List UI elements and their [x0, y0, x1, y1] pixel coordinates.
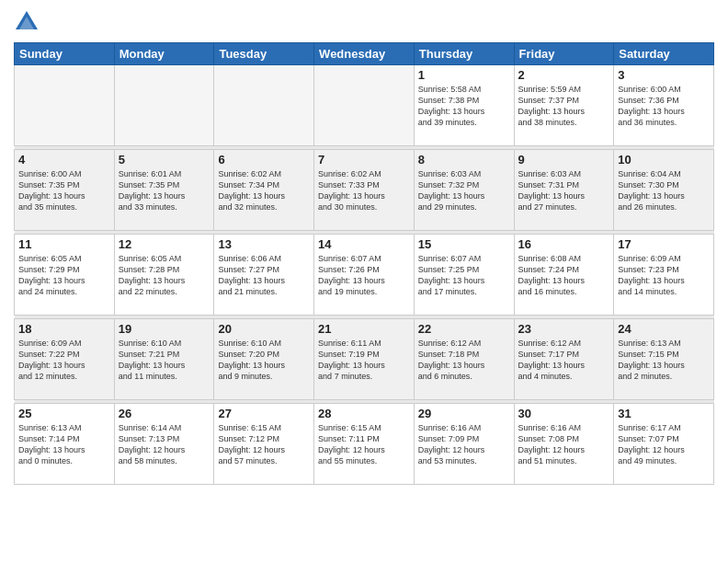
- day-cell: 24Sunrise: 6:13 AM Sunset: 7:15 PM Dayli…: [614, 319, 714, 400]
- day-number: 18: [18, 322, 110, 336]
- day-cell: [15, 65, 115, 146]
- weekday-header-thursday: Thursday: [414, 43, 514, 65]
- day-cell: 5Sunrise: 6:01 AM Sunset: 7:35 PM Daylig…: [114, 150, 214, 231]
- weekday-header-monday: Monday: [114, 43, 214, 65]
- day-number: 12: [119, 237, 210, 251]
- day-cell: 7Sunrise: 6:02 AM Sunset: 7:33 PM Daylig…: [314, 150, 415, 231]
- day-number: 8: [418, 153, 510, 167]
- day-info: Sunrise: 5:58 AM Sunset: 7:38 PM Dayligh…: [418, 84, 510, 129]
- day-number: 11: [18, 237, 110, 251]
- day-number: 27: [218, 407, 310, 420]
- day-cell: 31Sunrise: 6:17 AM Sunset: 7:07 PM Dayli…: [614, 404, 714, 485]
- day-info: Sunrise: 6:17 AM Sunset: 7:07 PM Dayligh…: [618, 422, 710, 467]
- day-info: Sunrise: 6:07 AM Sunset: 7:25 PM Dayligh…: [418, 253, 510, 298]
- day-number: 2: [518, 68, 610, 82]
- header: [14, 9, 714, 35]
- day-info: Sunrise: 6:03 AM Sunset: 7:31 PM Dayligh…: [518, 168, 610, 213]
- day-cell: 18Sunrise: 6:09 AM Sunset: 7:22 PM Dayli…: [15, 319, 115, 400]
- day-info: Sunrise: 6:05 AM Sunset: 7:29 PM Dayligh…: [18, 253, 110, 298]
- day-cell: 20Sunrise: 6:10 AM Sunset: 7:20 PM Dayli…: [214, 319, 314, 400]
- day-cell: 23Sunrise: 6:12 AM Sunset: 7:17 PM Dayli…: [514, 319, 614, 400]
- day-number: 4: [18, 153, 110, 167]
- day-info: Sunrise: 6:13 AM Sunset: 7:14 PM Dayligh…: [18, 422, 110, 467]
- day-number: 13: [218, 237, 310, 251]
- day-info: Sunrise: 6:01 AM Sunset: 7:35 PM Dayligh…: [119, 168, 210, 213]
- week-row-5: 25Sunrise: 6:13 AM Sunset: 7:14 PM Dayli…: [15, 404, 714, 485]
- weekday-header-saturday: Saturday: [614, 43, 714, 65]
- day-number: 6: [218, 153, 310, 167]
- day-info: Sunrise: 6:03 AM Sunset: 7:32 PM Dayligh…: [418, 168, 510, 213]
- day-info: Sunrise: 6:10 AM Sunset: 7:20 PM Dayligh…: [218, 338, 310, 383]
- calendar: SundayMondayTuesdayWednesdayThursdayFrid…: [14, 42, 714, 485]
- day-cell: 13Sunrise: 6:06 AM Sunset: 7:27 PM Dayli…: [214, 235, 314, 316]
- day-cell: 22Sunrise: 6:12 AM Sunset: 7:18 PM Dayli…: [414, 319, 514, 400]
- day-info: Sunrise: 6:12 AM Sunset: 7:18 PM Dayligh…: [418, 338, 510, 383]
- day-cell: 4Sunrise: 6:00 AM Sunset: 7:35 PM Daylig…: [15, 150, 115, 231]
- day-cell: 2Sunrise: 5:59 AM Sunset: 7:37 PM Daylig…: [514, 65, 614, 146]
- day-info: Sunrise: 5:59 AM Sunset: 7:37 PM Dayligh…: [518, 84, 610, 129]
- day-cell: 25Sunrise: 6:13 AM Sunset: 7:14 PM Dayli…: [15, 404, 115, 485]
- day-number: 3: [618, 68, 710, 82]
- day-info: Sunrise: 6:04 AM Sunset: 7:30 PM Dayligh…: [618, 168, 710, 213]
- day-info: Sunrise: 6:13 AM Sunset: 7:15 PM Dayligh…: [618, 338, 710, 383]
- day-number: 10: [618, 153, 710, 167]
- day-number: 17: [618, 237, 710, 251]
- day-info: Sunrise: 6:02 AM Sunset: 7:34 PM Dayligh…: [218, 168, 310, 213]
- day-number: 15: [418, 237, 510, 251]
- day-info: Sunrise: 6:11 AM Sunset: 7:19 PM Dayligh…: [318, 338, 410, 383]
- day-number: 21: [318, 322, 410, 336]
- weekday-header-tuesday: Tuesday: [214, 43, 314, 65]
- day-cell: 21Sunrise: 6:11 AM Sunset: 7:19 PM Dayli…: [314, 319, 415, 400]
- day-cell: 6Sunrise: 6:02 AM Sunset: 7:34 PM Daylig…: [214, 150, 314, 231]
- day-info: Sunrise: 6:15 AM Sunset: 7:11 PM Dayligh…: [318, 422, 410, 467]
- day-number: 25: [18, 407, 110, 420]
- logo: [14, 9, 43, 35]
- day-cell: 14Sunrise: 6:07 AM Sunset: 7:26 PM Dayli…: [314, 235, 415, 316]
- day-cell: 11Sunrise: 6:05 AM Sunset: 7:29 PM Dayli…: [15, 235, 115, 316]
- day-cell: 29Sunrise: 6:16 AM Sunset: 7:09 PM Dayli…: [414, 404, 514, 485]
- day-cell: 19Sunrise: 6:10 AM Sunset: 7:21 PM Dayli…: [114, 319, 214, 400]
- day-info: Sunrise: 6:15 AM Sunset: 7:12 PM Dayligh…: [218, 422, 310, 467]
- day-info: Sunrise: 6:07 AM Sunset: 7:26 PM Dayligh…: [318, 253, 410, 298]
- weekday-header-sunday: Sunday: [15, 43, 115, 65]
- day-info: Sunrise: 6:09 AM Sunset: 7:22 PM Dayligh…: [18, 338, 110, 383]
- day-number: 23: [518, 322, 610, 336]
- day-number: 24: [618, 322, 710, 336]
- day-number: 29: [418, 407, 510, 420]
- day-number: 30: [518, 407, 610, 420]
- day-cell: 30Sunrise: 6:16 AM Sunset: 7:08 PM Dayli…: [514, 404, 614, 485]
- day-cell: 28Sunrise: 6:15 AM Sunset: 7:11 PM Dayli…: [314, 404, 415, 485]
- week-row-4: 18Sunrise: 6:09 AM Sunset: 7:22 PM Dayli…: [15, 319, 714, 400]
- day-info: Sunrise: 6:14 AM Sunset: 7:13 PM Dayligh…: [119, 422, 210, 467]
- day-info: Sunrise: 6:00 AM Sunset: 7:36 PM Dayligh…: [618, 84, 710, 129]
- week-row-3: 11Sunrise: 6:05 AM Sunset: 7:29 PM Dayli…: [15, 235, 714, 316]
- day-info: Sunrise: 6:02 AM Sunset: 7:33 PM Dayligh…: [318, 168, 410, 213]
- day-info: Sunrise: 6:16 AM Sunset: 7:09 PM Dayligh…: [418, 422, 510, 467]
- day-info: Sunrise: 6:10 AM Sunset: 7:21 PM Dayligh…: [119, 338, 210, 383]
- day-number: 7: [318, 153, 410, 167]
- logo-icon: [14, 9, 40, 35]
- day-cell: 3Sunrise: 6:00 AM Sunset: 7:36 PM Daylig…: [614, 65, 714, 146]
- day-number: 19: [119, 322, 210, 336]
- day-cell: 17Sunrise: 6:09 AM Sunset: 7:23 PM Dayli…: [614, 235, 714, 316]
- day-info: Sunrise: 6:12 AM Sunset: 7:17 PM Dayligh…: [518, 338, 610, 383]
- day-info: Sunrise: 6:08 AM Sunset: 7:24 PM Dayligh…: [518, 253, 610, 298]
- day-number: 5: [119, 153, 210, 167]
- day-cell: 15Sunrise: 6:07 AM Sunset: 7:25 PM Dayli…: [414, 235, 514, 316]
- weekday-header-friday: Friday: [514, 43, 614, 65]
- day-number: 1: [418, 68, 510, 82]
- day-info: Sunrise: 6:09 AM Sunset: 7:23 PM Dayligh…: [618, 253, 710, 298]
- day-info: Sunrise: 6:00 AM Sunset: 7:35 PM Dayligh…: [18, 168, 110, 213]
- day-cell: 27Sunrise: 6:15 AM Sunset: 7:12 PM Dayli…: [214, 404, 314, 485]
- day-cell: [314, 65, 415, 146]
- day-cell: 1Sunrise: 5:58 AM Sunset: 7:38 PM Daylig…: [414, 65, 514, 146]
- day-cell: 8Sunrise: 6:03 AM Sunset: 7:32 PM Daylig…: [414, 150, 514, 231]
- day-cell: [214, 65, 314, 146]
- week-row-2: 4Sunrise: 6:00 AM Sunset: 7:35 PM Daylig…: [15, 150, 714, 231]
- day-number: 16: [518, 237, 610, 251]
- day-cell: 26Sunrise: 6:14 AM Sunset: 7:13 PM Dayli…: [114, 404, 214, 485]
- day-info: Sunrise: 6:16 AM Sunset: 7:08 PM Dayligh…: [518, 422, 610, 467]
- day-cell: 10Sunrise: 6:04 AM Sunset: 7:30 PM Dayli…: [614, 150, 714, 231]
- day-number: 14: [318, 237, 410, 251]
- day-cell: [114, 65, 214, 146]
